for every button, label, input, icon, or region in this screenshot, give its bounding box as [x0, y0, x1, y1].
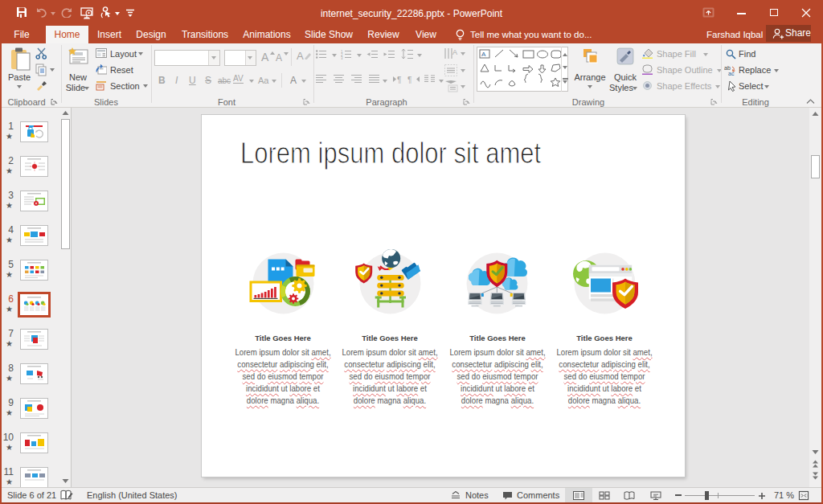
- svg-text:A: A: [452, 48, 457, 56]
- svg-text:¶: ¶: [397, 76, 401, 84]
- svg-text:3: 3: [341, 56, 343, 59]
- svg-text:¶: ¶: [407, 76, 412, 84]
- svg-text:ab: ab: [724, 65, 731, 71]
- svg-text:A: A: [481, 51, 486, 58]
